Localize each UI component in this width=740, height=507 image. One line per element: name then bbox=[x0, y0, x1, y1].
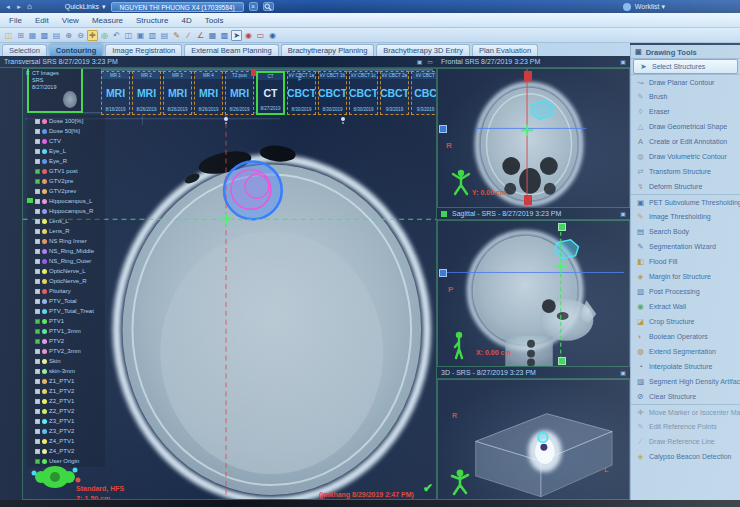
toolbar-icon-annotate[interactable]: ✎ bbox=[171, 30, 182, 41]
timeline-thumb-cbct-1b[interactable]: kV CBCT 1b CBCT 8/30/2019 bbox=[318, 71, 347, 115]
structure-row[interactable]: PTV_Total_Treat bbox=[27, 306, 105, 316]
structure-row[interactable]: Z3_PTV2 bbox=[27, 426, 105, 436]
drawing-tool-segmentation-wizard[interactable]: ✎ Segmentation Wizard bbox=[631, 239, 740, 254]
structure-row[interactable]: skin-3mm bbox=[27, 366, 105, 376]
toolbar-icon-paste[interactable]: ▥ bbox=[147, 30, 158, 41]
plane-handle[interactable] bbox=[558, 223, 566, 231]
structure-visibility-checkbox[interactable] bbox=[35, 259, 40, 264]
toolbar-icon-mail[interactable]: ▭ bbox=[255, 30, 266, 41]
drawing-tool-pet-subvolume-thresholding[interactable]: ▣ PET Subvolume Thresholding bbox=[631, 194, 740, 209]
toolbar-icon-save-all[interactable]: ▩ bbox=[39, 30, 50, 41]
drawing-tool-create-or-edit-annotation[interactable]: A Create or Edit Annotation bbox=[631, 134, 740, 149]
drawing-tool-crop-structure[interactable]: ◪ Crop Structure bbox=[631, 314, 740, 329]
timeline-pin-icon[interactable] bbox=[341, 117, 345, 121]
structure-row[interactable]: Pituitary bbox=[27, 286, 105, 296]
toolbar-icon-copy[interactable]: ▣ bbox=[135, 30, 146, 41]
menu-item-structure[interactable]: Structure bbox=[136, 16, 168, 25]
structure-visibility-checkbox[interactable] bbox=[35, 399, 40, 404]
structure-row[interactable]: PTV1_3mm bbox=[27, 326, 105, 336]
structure-visibility-checkbox[interactable] bbox=[35, 219, 40, 224]
drawing-tool-select-structures[interactable]: ➤ Select Structures bbox=[633, 59, 738, 74]
structure-visibility-checkbox[interactable] bbox=[35, 359, 40, 364]
forward-button[interactable]: ► bbox=[16, 4, 22, 10]
drawing-tool-draw-planar-contour[interactable]: ↝ Draw Planar Contour bbox=[631, 74, 740, 89]
drawing-tool-flood-fill[interactable]: ◧ Flood Fill bbox=[631, 254, 740, 269]
timeline-thumb-cbct-1c[interactable]: kV CBCT 1c CBCT 8/30/2019 bbox=[349, 71, 378, 115]
toolbar-icon-pointer[interactable]: ➤ bbox=[231, 30, 242, 41]
menu-item-view[interactable]: View bbox=[62, 16, 79, 25]
structure-visibility-checkbox[interactable] bbox=[35, 339, 40, 344]
clear-patient-button[interactable]: × bbox=[249, 2, 258, 11]
drawing-tool-edit-reference-points[interactable]: ✎ Edit Reference Points bbox=[631, 419, 740, 434]
toolbar-icon-measure-angle[interactable]: ∠ bbox=[195, 30, 206, 41]
structure-row[interactable]: PTV2_3mm bbox=[27, 346, 105, 356]
structure-row[interactable]: NS Ring Inner bbox=[27, 236, 105, 246]
drawing-tool-margin-for-structure[interactable]: ◈ Margin for Structure bbox=[631, 269, 740, 284]
structure-visibility-checkbox[interactable] bbox=[35, 139, 40, 144]
drawing-tool-image-thresholding[interactable]: ✎ Image Thresholding bbox=[631, 209, 740, 224]
drawing-tool-transform-structure[interactable]: ⇄ Transform Structure bbox=[631, 164, 740, 179]
structure-visibility-checkbox[interactable] bbox=[35, 239, 40, 244]
drawing-tool-draw-geometrical-shape[interactable]: △ Draw Geometrical Shape bbox=[631, 119, 740, 134]
structure-visibility-checkbox[interactable] bbox=[35, 419, 40, 424]
timeline-thumb-ct[interactable]: CT CT 8/27/2019 bbox=[256, 71, 285, 115]
drawing-tool-calypso-beacon-detection[interactable]: ◈ Calypso Beacon Detection bbox=[631, 449, 740, 464]
plane-handle[interactable] bbox=[558, 357, 566, 365]
sagittal-canvas[interactable]: P X: 0.00 cm bbox=[437, 220, 630, 367]
structure-row[interactable]: PTV_Total bbox=[27, 296, 105, 306]
structure-visibility-checkbox[interactable] bbox=[35, 179, 40, 184]
toolbar-icon-zoom-out[interactable]: ⊖ bbox=[75, 30, 86, 41]
structure-visibility-checkbox[interactable] bbox=[35, 249, 40, 254]
structure-row[interactable]: Dose 100[%] bbox=[27, 116, 105, 126]
timeline-thumb-mri-2[interactable]: MR 2 MRI 8/26/2019 bbox=[132, 71, 161, 115]
drawing-tool-interpolate-structure[interactable]: ◔ Interpolate Structure bbox=[631, 359, 740, 374]
tab-plan-evaluation[interactable]: Plan Evaluation bbox=[472, 44, 538, 56]
structure-visibility-checkbox[interactable] bbox=[35, 449, 40, 454]
menu-item-tools[interactable]: Tools bbox=[205, 16, 224, 25]
worklist-dropdown[interactable]: Worklist ▾ bbox=[635, 3, 665, 11]
structure-visibility-checkbox[interactable] bbox=[35, 439, 40, 444]
menu-item-measure[interactable]: Measure bbox=[92, 16, 123, 25]
structure-row[interactable]: Z1_PTV2 bbox=[27, 386, 105, 396]
drawing-tool-search-body[interactable]: ▤ Search Body bbox=[631, 224, 740, 239]
structure-visibility-checkbox[interactable] bbox=[35, 159, 40, 164]
toolbar-icon-info[interactable]: ◉ bbox=[267, 30, 278, 41]
active-image-set-thumbnail[interactable]: CT Images SRS 8/27/2019 bbox=[27, 68, 83, 113]
drawing-tool-extend-segmentation[interactable]: ◍ Extend Segmentation bbox=[631, 344, 740, 359]
tab-external-beam-planning[interactable]: External Beam Planning bbox=[184, 44, 278, 56]
drawing-tool-deform-structure[interactable]: ↯ Deform Structure bbox=[631, 179, 740, 194]
structure-visibility-checkbox[interactable] bbox=[35, 409, 40, 414]
timeline-thumb-cbct-2b[interactable]: kV CBCT CBC 9/3/2019 bbox=[411, 71, 437, 115]
plane-handle[interactable] bbox=[439, 125, 447, 133]
toolbar-icon-window-layout[interactable]: ◫ bbox=[123, 30, 134, 41]
drawing-tool-post-processing[interactable]: ▥ Post Processing bbox=[631, 284, 740, 299]
transversal-canvas[interactable]: F F MR 1 MRI 8/16/2019 MR 2 MRI 8/26/201… bbox=[22, 68, 437, 500]
timeline-thumb-mri-3[interactable]: MR 3 MRI 8/26/2019 bbox=[163, 71, 192, 115]
tab-brachytherapy-planning[interactable]: Brachytherapy Planning bbox=[281, 44, 375, 56]
structure-row[interactable]: GTV2prev bbox=[27, 186, 105, 196]
structure-visibility-checkbox[interactable] bbox=[35, 299, 40, 304]
structure-row[interactable]: Z4_PTV1 bbox=[27, 436, 105, 446]
structure-row[interactable]: NS_Ring_Outer bbox=[27, 256, 105, 266]
home-icon[interactable]: ⌂ bbox=[27, 2, 32, 11]
structure-row[interactable]: OpticNerve_L bbox=[27, 266, 105, 276]
structure-visibility-checkbox[interactable] bbox=[35, 269, 40, 274]
structure-visibility-checkbox[interactable] bbox=[35, 209, 40, 214]
tab-image-registration[interactable]: Image Registration bbox=[105, 44, 182, 56]
drawing-tool-extract-wall[interactable]: ◉ Extract Wall bbox=[631, 299, 740, 314]
timeline-slider-handle[interactable] bbox=[251, 68, 256, 76]
drawing-tool-eraser[interactable]: ◊ Eraser bbox=[631, 104, 740, 119]
tab-brachytherapy-3d-entry[interactable]: Brachytherapy 3D Entry bbox=[376, 44, 470, 56]
structure-row[interactable]: PTV2 bbox=[27, 336, 105, 346]
structure-row[interactable]: NS_Ring_Middle bbox=[27, 246, 105, 256]
structure-visibility-checkbox[interactable] bbox=[35, 279, 40, 284]
tab-selection[interactable]: Selection bbox=[2, 44, 47, 56]
toolbar-icon-save[interactable]: ▦ bbox=[27, 30, 38, 41]
structure-row[interactable]: PTV1 bbox=[27, 316, 105, 326]
toolbar-icon-open[interactable]: ◫ bbox=[3, 30, 14, 41]
structure-row[interactable]: CTV bbox=[27, 136, 105, 146]
drawing-tool-brush[interactable]: ✎ Brush bbox=[631, 89, 740, 104]
structure-row[interactable]: Eye_R bbox=[27, 156, 105, 166]
structure-visibility-checkbox[interactable] bbox=[35, 199, 40, 204]
menu-item-edit[interactable]: Edit bbox=[35, 16, 49, 25]
